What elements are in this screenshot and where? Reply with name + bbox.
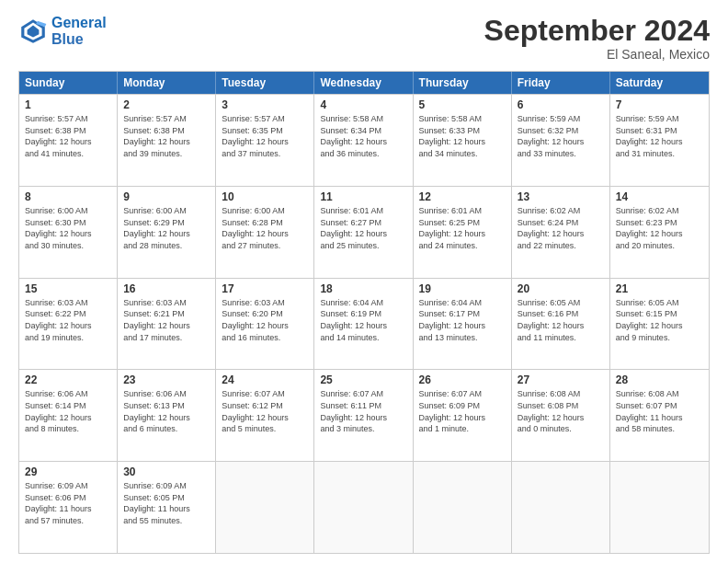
day-info: Sunrise: 6:06 AM Sunset: 6:13 PM Dayligh…: [123, 388, 210, 434]
calendar-cell-r0c5: 6Sunrise: 5:59 AM Sunset: 6:32 PM Daylig…: [512, 95, 610, 186]
calendar-cell-r2c1: 16Sunrise: 6:03 AM Sunset: 6:21 PM Dayli…: [118, 279, 216, 370]
day-number: 3: [222, 98, 308, 111]
day-number: 23: [123, 373, 210, 386]
day-number: 20: [518, 282, 604, 295]
day-number: 8: [25, 190, 111, 203]
day-info: Sunrise: 6:07 AM Sunset: 6:09 PM Dayligh…: [419, 388, 506, 434]
day-info: Sunrise: 5:57 AM Sunset: 6:35 PM Dayligh…: [222, 113, 308, 159]
day-number: 16: [123, 282, 210, 295]
calendar-row-4: 29Sunrise: 6:09 AM Sunset: 6:06 PM Dayli…: [19, 461, 709, 553]
calendar-cell-r2c0: 15Sunrise: 6:03 AM Sunset: 6:22 PM Dayli…: [19, 279, 118, 370]
calendar-cell-r1c1: 9Sunrise: 6:00 AM Sunset: 6:29 PM Daylig…: [118, 187, 216, 278]
calendar-cell-r2c6: 21Sunrise: 6:05 AM Sunset: 6:15 PM Dayli…: [610, 279, 709, 370]
day-info: Sunrise: 6:04 AM Sunset: 6:19 PM Dayligh…: [320, 297, 406, 343]
day-number: 6: [518, 98, 604, 111]
calendar-cell-r4c5: [512, 462, 610, 553]
day-info: Sunrise: 6:06 AM Sunset: 6:14 PM Dayligh…: [25, 388, 111, 434]
calendar-cell-r1c0: 8Sunrise: 6:00 AM Sunset: 6:30 PM Daylig…: [19, 187, 118, 278]
calendar-cell-r0c2: 3Sunrise: 5:57 AM Sunset: 6:35 PM Daylig…: [216, 95, 314, 186]
day-number: 11: [320, 190, 406, 203]
calendar-cell-r3c6: 28Sunrise: 6:08 AM Sunset: 6:07 PM Dayli…: [610, 370, 709, 461]
header-wednesday: Wednesday: [314, 72, 413, 94]
day-number: 30: [123, 465, 210, 478]
subtitle: El Saneal, Mexico: [484, 47, 710, 62]
day-number: 19: [419, 282, 506, 295]
day-info: Sunrise: 6:03 AM Sunset: 6:22 PM Dayligh…: [25, 297, 111, 343]
day-info: Sunrise: 6:09 AM Sunset: 6:05 PM Dayligh…: [123, 480, 210, 526]
calendar-header: Sunday Monday Tuesday Wednesday Thursday…: [19, 72, 709, 94]
month-title: September 2024: [484, 15, 710, 47]
header-friday: Friday: [512, 72, 610, 94]
calendar-cell-r3c2: 24Sunrise: 6:07 AM Sunset: 6:12 PM Dayli…: [216, 370, 314, 461]
day-number: 27: [518, 373, 604, 386]
calendar-cell-r2c4: 19Sunrise: 6:04 AM Sunset: 6:17 PM Dayli…: [414, 279, 512, 370]
calendar-cell-r1c4: 12Sunrise: 6:01 AM Sunset: 6:25 PM Dayli…: [414, 187, 512, 278]
day-info: Sunrise: 6:02 AM Sunset: 6:23 PM Dayligh…: [616, 205, 703, 251]
header-saturday: Saturday: [610, 72, 709, 94]
day-info: Sunrise: 6:01 AM Sunset: 6:25 PM Dayligh…: [419, 205, 506, 251]
day-number: 24: [222, 373, 308, 386]
calendar-cell-r3c4: 26Sunrise: 6:07 AM Sunset: 6:09 PM Dayli…: [414, 370, 512, 461]
header-sunday: Sunday: [19, 72, 118, 94]
logo-text: General Blue: [51, 15, 107, 47]
calendar-cell-r2c5: 20Sunrise: 6:05 AM Sunset: 6:16 PM Dayli…: [512, 279, 610, 370]
calendar-cell-r4c6: [610, 462, 709, 553]
calendar-cell-r2c2: 17Sunrise: 6:03 AM Sunset: 6:20 PM Dayli…: [216, 279, 314, 370]
page: General Blue September 2024 El Saneal, M…: [0, 0, 728, 563]
calendar-cell-r1c3: 11Sunrise: 6:01 AM Sunset: 6:27 PM Dayli…: [314, 187, 413, 278]
header: General Blue September 2024 El Saneal, M…: [18, 15, 710, 62]
day-info: Sunrise: 6:05 AM Sunset: 6:16 PM Dayligh…: [518, 297, 604, 343]
calendar-cell-r4c2: [216, 462, 314, 553]
day-number: 22: [25, 373, 111, 386]
day-number: 4: [320, 98, 406, 111]
header-thursday: Thursday: [414, 72, 512, 94]
calendar-cell-r3c3: 25Sunrise: 6:07 AM Sunset: 6:11 PM Dayli…: [314, 370, 413, 461]
day-info: Sunrise: 5:57 AM Sunset: 6:38 PM Dayligh…: [25, 113, 111, 159]
day-number: 17: [222, 282, 308, 295]
calendar-cell-r0c0: 1Sunrise: 5:57 AM Sunset: 6:38 PM Daylig…: [19, 95, 118, 186]
calendar-row-1: 8Sunrise: 6:00 AM Sunset: 6:30 PM Daylig…: [19, 186, 709, 278]
day-number: 28: [616, 373, 703, 386]
day-info: Sunrise: 6:08 AM Sunset: 6:08 PM Dayligh…: [518, 388, 604, 434]
day-info: Sunrise: 6:07 AM Sunset: 6:11 PM Dayligh…: [320, 388, 406, 434]
calendar-cell-r4c4: [414, 462, 512, 553]
calendar-cell-r4c0: 29Sunrise: 6:09 AM Sunset: 6:06 PM Dayli…: [19, 462, 118, 553]
logo-general: General: [51, 15, 107, 30]
day-number: 29: [25, 465, 111, 478]
day-number: 5: [419, 98, 506, 111]
day-number: 21: [616, 282, 703, 295]
day-info: Sunrise: 6:00 AM Sunset: 6:29 PM Dayligh…: [123, 205, 210, 251]
day-number: 13: [518, 190, 604, 203]
day-info: Sunrise: 6:00 AM Sunset: 6:28 PM Dayligh…: [222, 205, 308, 251]
calendar-cell-r0c1: 2Sunrise: 5:57 AM Sunset: 6:38 PM Daylig…: [118, 95, 216, 186]
day-info: Sunrise: 5:57 AM Sunset: 6:38 PM Dayligh…: [123, 113, 210, 159]
calendar-cell-r3c5: 27Sunrise: 6:08 AM Sunset: 6:08 PM Dayli…: [512, 370, 610, 461]
day-number: 15: [25, 282, 111, 295]
day-number: 12: [419, 190, 506, 203]
calendar-cell-r1c2: 10Sunrise: 6:00 AM Sunset: 6:28 PM Dayli…: [216, 187, 314, 278]
calendar-cell-r4c1: 30Sunrise: 6:09 AM Sunset: 6:05 PM Dayli…: [118, 462, 216, 553]
title-block: September 2024 El Saneal, Mexico: [484, 15, 710, 62]
day-info: Sunrise: 6:03 AM Sunset: 6:21 PM Dayligh…: [123, 297, 210, 343]
day-info: Sunrise: 6:07 AM Sunset: 6:12 PM Dayligh…: [222, 388, 308, 434]
day-info: Sunrise: 5:59 AM Sunset: 6:31 PM Dayligh…: [616, 113, 703, 159]
day-number: 10: [222, 190, 308, 203]
day-number: 18: [320, 282, 406, 295]
calendar: Sunday Monday Tuesday Wednesday Thursday…: [18, 71, 710, 554]
day-info: Sunrise: 6:03 AM Sunset: 6:20 PM Dayligh…: [222, 297, 308, 343]
header-tuesday: Tuesday: [216, 72, 314, 94]
calendar-cell-r0c4: 5Sunrise: 5:58 AM Sunset: 6:33 PM Daylig…: [414, 95, 512, 186]
day-info: Sunrise: 6:00 AM Sunset: 6:30 PM Dayligh…: [25, 205, 111, 251]
logo-icon: [18, 17, 48, 46]
day-number: 25: [320, 373, 406, 386]
day-info: Sunrise: 6:08 AM Sunset: 6:07 PM Dayligh…: [616, 388, 703, 434]
day-number: 2: [123, 98, 210, 111]
calendar-row-2: 15Sunrise: 6:03 AM Sunset: 6:22 PM Dayli…: [19, 278, 709, 370]
day-number: 1: [25, 98, 111, 111]
calendar-cell-r3c1: 23Sunrise: 6:06 AM Sunset: 6:13 PM Dayli…: [118, 370, 216, 461]
day-info: Sunrise: 5:58 AM Sunset: 6:33 PM Dayligh…: [419, 113, 506, 159]
day-number: 9: [123, 190, 210, 203]
day-info: Sunrise: 5:59 AM Sunset: 6:32 PM Dayligh…: [518, 113, 604, 159]
calendar-cell-r1c6: 14Sunrise: 6:02 AM Sunset: 6:23 PM Dayli…: [610, 187, 709, 278]
day-info: Sunrise: 6:09 AM Sunset: 6:06 PM Dayligh…: [25, 480, 111, 526]
